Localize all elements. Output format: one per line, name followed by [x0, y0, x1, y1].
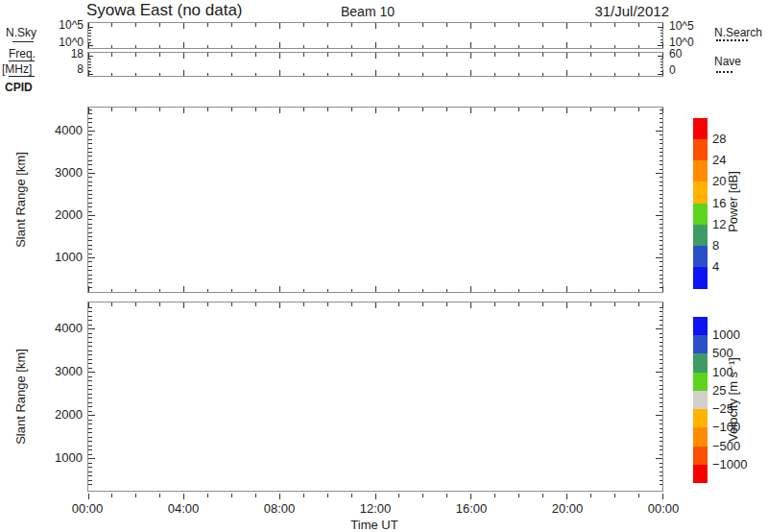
x-axis-tick — [207, 108, 208, 111]
y-axis-tick — [88, 432, 92, 433]
y-axis-tick — [88, 449, 92, 450]
x-axis-tick — [398, 494, 399, 497]
y-axis-tick — [88, 320, 92, 321]
y-axis-tick — [88, 59, 91, 60]
y-axis-tick — [660, 71, 663, 72]
y-axis-tick — [660, 480, 663, 481]
x-axis-tick — [614, 45, 615, 49]
x-axis-tick — [207, 53, 208, 57]
y-axis-tick — [660, 36, 663, 36]
x-axis-tick — [638, 53, 639, 57]
y-axis-tick — [88, 385, 92, 386]
y-axis-tick — [660, 411, 663, 412]
y-axis-tick — [88, 328, 95, 329]
y-axis-tick — [88, 27, 93, 28]
x-axis-tick — [159, 45, 160, 49]
y-axis-tick — [88, 249, 92, 250]
y-axis-tick — [88, 420, 92, 421]
xaxis-title: Time UT — [346, 519, 403, 532]
velocity-colorbar-title: Velocity [m s⁻¹] — [727, 357, 741, 442]
x-axis-tick — [566, 23, 567, 29]
x-axis-tick — [542, 23, 543, 27]
x-axis-tick — [542, 53, 543, 57]
x-axis-tick — [351, 108, 352, 111]
x-axis-tick — [566, 70, 567, 76]
colorbar-segment — [693, 353, 708, 373]
x-axis-tick — [351, 53, 352, 57]
y-axis-tick — [660, 394, 663, 395]
y-axis-tick — [88, 270, 92, 271]
y-axis-tick — [88, 33, 91, 34]
x-axis-tick — [255, 289, 256, 293]
y-axis-tick — [660, 67, 663, 68]
y-axis-tick — [88, 185, 92, 186]
x-axis-tick — [351, 23, 352, 27]
x-axis-tick — [566, 42, 567, 48]
y-axis-tick — [660, 432, 663, 433]
x-axis-tick — [279, 53, 280, 59]
x-axis-tick — [590, 289, 591, 293]
y-axis-tick — [88, 64, 91, 65]
y-axis-tick — [88, 56, 93, 57]
x-axis-tick — [542, 45, 543, 49]
x-axis-tick — [422, 289, 423, 293]
x-axis-tick — [614, 289, 615, 293]
x-axis-tick — [422, 23, 423, 27]
x-axis-tick — [638, 302, 639, 306]
y-axis-tick — [88, 228, 92, 229]
y-axis-tick — [88, 359, 92, 360]
y-axis-tick — [88, 160, 92, 161]
x-axis-tick — [111, 23, 112, 27]
y-axis-tick — [88, 372, 95, 373]
x-axis-tick — [494, 53, 495, 57]
x-axis-tick — [135, 45, 136, 49]
y-axis-tick — [88, 257, 95, 258]
colorbar-segment — [693, 373, 708, 392]
x-axis-tick — [279, 302, 280, 308]
x-axis-tick — [327, 23, 328, 27]
y-axis-tick — [660, 363, 663, 364]
page-title: Syowa East (no data) — [86, 1, 243, 20]
y-axis-tick — [88, 475, 92, 476]
frequency-panel — [87, 52, 663, 77]
y-axis-tick — [660, 148, 663, 149]
y-axis-tick — [88, 177, 92, 178]
x-axis-tick — [183, 53, 184, 59]
x-axis-tick — [590, 302, 591, 306]
x-axis-tick — [135, 108, 136, 111]
x-axis-tick — [351, 302, 352, 306]
y-axis-tick — [660, 152, 663, 153]
y-axis-tick — [660, 316, 663, 317]
power-panel — [87, 107, 663, 293]
x-axis-tick — [159, 289, 160, 293]
xtick-0800: 08:00 — [251, 502, 308, 517]
colorbar-segment — [693, 391, 708, 410]
x-axis-tick — [279, 494, 280, 499]
x-axis-tick — [542, 302, 543, 306]
colorbar-segment — [693, 225, 708, 247]
power-colorbar-title: Power [dB] — [727, 171, 741, 232]
x-axis-tick — [231, 73, 232, 77]
x-axis-tick — [207, 302, 208, 306]
x-axis-tick — [375, 42, 376, 48]
y-axis-tick — [660, 211, 663, 212]
x-axis-tick — [375, 286, 376, 292]
power-ytick-2000: 2000 — [36, 208, 83, 223]
y-axis-tick — [88, 342, 92, 343]
x-axis-tick — [231, 289, 232, 293]
x-axis-tick — [279, 108, 280, 113]
y-axis-tick — [88, 415, 95, 416]
x-axis-tick — [662, 108, 663, 113]
y-axis-tick — [660, 198, 663, 199]
x-axis-tick — [590, 45, 591, 49]
x-axis-tick — [566, 53, 567, 59]
y-axis-tick — [88, 389, 92, 390]
x-axis-tick — [207, 289, 208, 293]
nave-legend: Nave — [714, 56, 741, 69]
y-axis-tick — [88, 480, 92, 481]
y-axis-tick — [658, 56, 662, 57]
colorbar-segment — [693, 118, 708, 140]
y-axis-tick — [88, 423, 92, 424]
x-axis-tick — [446, 53, 447, 57]
x-axis-tick — [375, 53, 376, 59]
